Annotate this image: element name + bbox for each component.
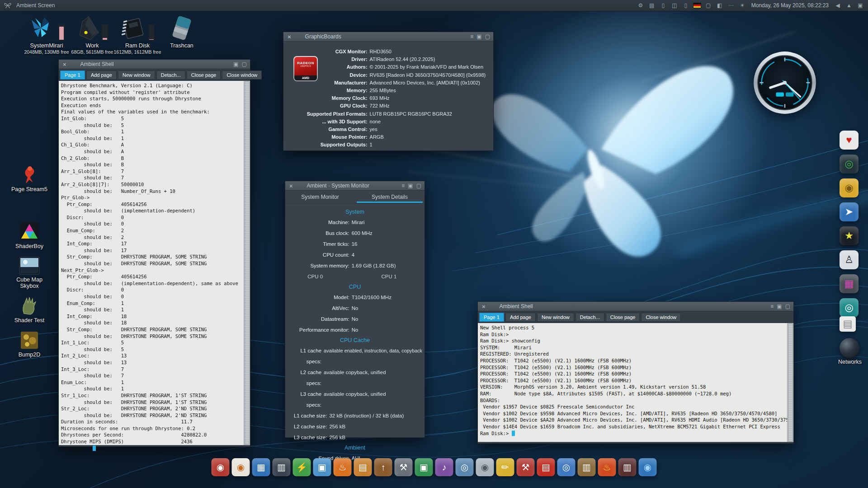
globe-arrow-app-icon[interactable]: ➤ — [840, 202, 859, 221]
project-icon-cubemap-skybox[interactable]: Cube Map Skybox — [9, 249, 50, 289]
detach-button[interactable]: Detach... — [156, 70, 185, 80]
tab-page-1[interactable]: Page 1 — [60, 70, 85, 80]
close-page-button[interactable]: Close page — [606, 313, 640, 322]
trash-dock-icon[interactable]: ▥ — [618, 458, 637, 476]
scrollbar-thumb[interactable] — [245, 81, 250, 445]
icon-sublabel: 1612MB, 1612MB free — [113, 49, 161, 55]
disk-tool-icon[interactable]: ▥ — [273, 458, 291, 476]
star-wars-app-icon[interactable]: ★ — [840, 226, 859, 245]
clipboard-icon[interactable]: ▢ — [704, 2, 712, 9]
networks-icon[interactable] — [840, 338, 859, 358]
titlebar[interactable]: × Ambient Shell ≡ ▣ ▢ — [478, 302, 793, 311]
system-terminal-icon[interactable]: ▣ — [415, 458, 433, 476]
glyph: ⚒ — [400, 462, 408, 473]
add-page-button[interactable]: Add page — [86, 70, 117, 80]
pdf-viewer-icon[interactable]: ▤ — [537, 458, 555, 476]
settings-gear-icon[interactable]: ⚙ — [637, 2, 645, 9]
iconify-icon[interactable]: ▣ — [777, 303, 782, 310]
tab-system-details[interactable]: System Details — [355, 191, 425, 203]
cd-audio-icon[interactable]: ◉ — [476, 458, 494, 476]
volume-icon-systemmirari[interactable]: SystemMirari 2048MB, 130MB free — [22, 15, 71, 55]
titlebar[interactable]: × Ambient · System Monitor ≡ ▣ ▢ — [285, 181, 425, 191]
close-icon[interactable]: × — [289, 183, 293, 189]
eject-icon[interactable]: ▲ — [845, 2, 853, 9]
window-menu-icon[interactable]: ≡ — [470, 33, 473, 40]
vertical-scrollbar[interactable] — [244, 81, 250, 445]
wayfarer-browser-icon[interactable]: ◉ — [232, 458, 250, 476]
network-globe-icon[interactable]: ◉ — [639, 458, 657, 476]
project-icon-shaderboy[interactable]: ShaderBoy — [9, 216, 50, 249]
find-files-icon[interactable]: ◎ — [456, 458, 474, 476]
close-window-button[interactable]: Close window — [641, 313, 681, 322]
glyph: ♨ — [603, 462, 611, 473]
analog-clock-widget — [752, 50, 818, 116]
iconify-icon[interactable]: ▣ — [233, 61, 238, 67]
chest-icon[interactable]: ▥ — [578, 458, 596, 476]
depth-icon[interactable]: ▢ — [485, 33, 490, 40]
window-title: Ambient Shell — [500, 303, 533, 310]
window-menu-icon[interactable]: ≡ — [401, 183, 405, 189]
close-icon[interactable]: × — [288, 33, 291, 40]
tab-system-monitor[interactable]: System Monitor — [285, 191, 355, 203]
close-window-button[interactable]: Close window — [222, 70, 262, 80]
flame-app-icon[interactable]: ♨ — [598, 458, 616, 476]
pixel-mosaic-app-icon[interactable]: ▦ — [840, 274, 859, 293]
close-icon[interactable]: × — [63, 61, 66, 68]
odyssey-browser-icon[interactable]: ◉ — [212, 458, 230, 476]
editor-pencil-icon[interactable]: ✏ — [496, 458, 514, 476]
volume-icon-work[interactable]: Work 68GB, 5615MB free — [67, 15, 117, 55]
window-title: Ambient · System Monitor — [307, 183, 369, 189]
burn-tool-icon[interactable]: ♨ — [334, 458, 352, 476]
green-disc-app-icon[interactable]: ◎ — [840, 155, 859, 174]
screen-titlebar[interactable]: Ambient Screen ⚙ ▤ ▯ ◫ ▯ ▢ ◧ ⋯ ☀ Monday,… — [0, 0, 868, 11]
window-menu-icon[interactable]: ≡ — [770, 303, 774, 310]
screen-depth-icon[interactable]: ▣ — [856, 2, 864, 9]
scrollbar-thumb[interactable] — [788, 324, 793, 441]
shell-terminal[interactable]: Dhrystone Benchmark, Version 2.1 (Langua… — [59, 81, 250, 445]
meter-bar2-icon[interactable]: ▯ — [682, 2, 690, 9]
penguin-app-icon[interactable]: ♙ — [840, 250, 859, 269]
storage-box-app-icon[interactable]: ▤ — [840, 316, 856, 332]
titlebar[interactable]: × GraphicBoards ≡ ▣ ▢ — [283, 32, 493, 42]
screens-icon[interactable]: ◫ — [670, 2, 679, 9]
window-ambient-shell-2: × Ambient Shell ≡ ▣ ▢ Page 1 Add page Ne… — [477, 301, 794, 444]
tape-monitor-icon[interactable]: ▤ — [648, 2, 656, 9]
detach-button[interactable]: Detach... — [576, 313, 604, 322]
toolbox-icon[interactable]: ⚒ — [517, 458, 535, 476]
project-icon-pagestream5[interactable]: Page Stream5 — [9, 159, 50, 192]
close-icon[interactable]: × — [482, 303, 486, 310]
screen-settings-icon[interactable]: ▣ — [313, 458, 331, 476]
new-window-button[interactable]: New window — [537, 313, 574, 322]
add-page-button[interactable]: Add page — [505, 313, 536, 322]
project-icon-shadertest[interactable]: Shader Test — [9, 290, 50, 324]
tab-page-1[interactable]: Page 1 — [479, 313, 504, 322]
speaker-mute-icon[interactable]: ◀ — [834, 2, 842, 9]
meter-bar-icon[interactable]: ▯ — [659, 2, 667, 9]
depth-icon[interactable]: ▢ — [785, 303, 790, 310]
iconify-icon[interactable]: ▣ — [408, 183, 413, 189]
teal-app-icon[interactable]: ◎ — [840, 298, 859, 317]
health-app-icon[interactable]: ♥ — [840, 131, 859, 150]
new-window-button[interactable]: New window — [118, 70, 155, 80]
jukebox-icon[interactable]: ♪ — [435, 458, 453, 476]
depth-icon[interactable]: ▢ — [416, 183, 421, 189]
iconify-icon[interactable]: ▣ — [476, 33, 481, 40]
camera-app-icon[interactable]: ◉ — [840, 178, 859, 197]
close-page-button[interactable]: Close page — [187, 70, 221, 80]
weather-sun-icon[interactable]: ☀ — [738, 2, 746, 9]
project-icon-bump2d[interactable]: Bump2D — [9, 324, 50, 358]
chisel-tool-icon[interactable]: ⚒ — [395, 458, 413, 476]
zoom-tool-icon[interactable]: ◎ — [557, 458, 576, 476]
unarchiver-icon[interactable]: ↑ — [374, 458, 392, 476]
trashcan-icon[interactable]: Trashcan — [157, 15, 207, 49]
mixer-icon[interactable]: ◧ — [716, 2, 724, 9]
usb-tool-icon[interactable]: ⚡ — [293, 458, 311, 476]
volume-icon-ramdisk[interactable]: Ram Disk 1612MB, 1612MB free — [113, 15, 162, 55]
vertical-scrollbar[interactable] — [787, 323, 793, 442]
titlebar[interactable]: × Ambient Shell ▣ ▢ — [59, 60, 250, 69]
package-tool-icon[interactable]: ▤ — [354, 458, 372, 476]
shell-terminal[interactable]: New Shell process 5 Ram Disk:> Ram Disk:… — [478, 323, 793, 442]
charts-app-icon[interactable]: ▦ — [252, 458, 270, 476]
german-flag-keymap-icon[interactable] — [693, 3, 701, 8]
depth-icon[interactable]: ▢ — [242, 61, 247, 67]
